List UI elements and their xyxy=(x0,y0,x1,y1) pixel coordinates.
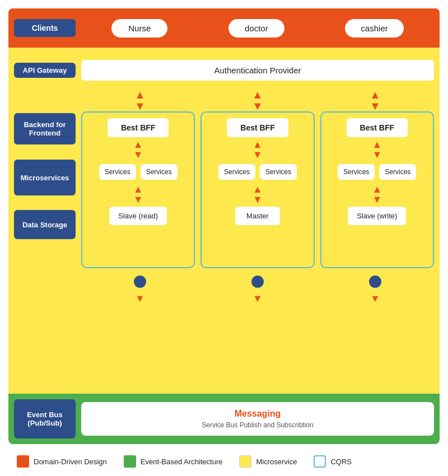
down-arrows-row: ▼ ▼ ▼ xyxy=(14,292,434,305)
clients-label: Clients xyxy=(14,19,76,37)
arrow-up-2: ▲ xyxy=(252,89,263,100)
down-arrow-2: ▼ xyxy=(253,293,263,305)
legend-micro-label: Microservice xyxy=(256,458,297,466)
bff-box-1: Best BFF xyxy=(108,118,169,137)
microservices-label: Microservices xyxy=(14,160,76,195)
service-box-3b: Services xyxy=(379,164,416,180)
arrow-down-2: ▼ xyxy=(252,100,263,111)
spacer2 xyxy=(14,198,76,209)
service-box-1b: Services xyxy=(141,164,178,180)
messaging-box: Messaging Service Bus Publish and Subscr… xyxy=(81,402,434,436)
storage-box-2: Master xyxy=(235,207,280,225)
api-gateway-label: API Gateway xyxy=(14,63,76,78)
api-gateway-row: API Gateway Authentication Provider xyxy=(14,53,434,87)
legend-eba-color xyxy=(124,455,136,468)
circle-dot-3 xyxy=(369,276,381,288)
legend-micro: Microservice xyxy=(239,455,297,468)
bff-column-1: Best BFF ▲▼ Services Services ▲▼ Slave (… xyxy=(81,111,195,268)
legend-ddd-color xyxy=(17,455,29,468)
circles-row xyxy=(14,272,434,292)
auth-provider-box: Authentication Provider xyxy=(81,60,434,81)
legend-ddd: Domain-Driven Design xyxy=(17,455,107,468)
v-arrow-1b: ▲▼ xyxy=(133,184,143,204)
bff-columns: Best BFF ▲▼ Services Services ▲▼ Slave (… xyxy=(81,111,434,268)
clients-boxes: Nurse doctor cashier xyxy=(81,19,434,38)
legend-cqrs-color xyxy=(314,455,326,468)
down-arrow-3: ▼ xyxy=(370,293,380,305)
microservices-label-wrap: Microservices xyxy=(14,157,76,198)
service-box-3a: Services xyxy=(338,164,375,180)
service-box-2b: Services xyxy=(260,164,297,180)
v-arrow-3b: ▲▼ xyxy=(372,184,382,204)
clients-row: Clients Nurse doctor cashier xyxy=(8,8,440,48)
arrows-content: ▲ ▼ ▲ ▼ ▲ ▼ xyxy=(81,89,434,111)
legend-cqrs: CQRS xyxy=(314,455,352,468)
v-arrow-1a: ▲▼ xyxy=(133,139,143,160)
data-storage-label: Data Storage xyxy=(14,210,76,239)
client-cashier: cashier xyxy=(345,19,403,38)
legend-eba: Event-Based Architecture xyxy=(124,455,223,468)
legend-cqrs-label: CQRS xyxy=(330,458,352,466)
v-arrow-2a: ▲▼ xyxy=(253,139,263,160)
service-box-2a: Services xyxy=(218,164,255,180)
services-row-3: Services Services xyxy=(338,164,416,180)
circle-dot-2 xyxy=(251,276,264,288)
messaging-title: Messaging xyxy=(235,409,281,419)
client-doctor: doctor xyxy=(228,19,284,38)
storage-box-3: Slave (write) xyxy=(348,207,406,225)
main-yellow-area: API Gateway Authentication Provider ▲ ▼ … xyxy=(8,48,440,394)
legend-eba-label: Event-Based Architecture xyxy=(141,458,223,466)
arrow-down-3: ▼ xyxy=(370,100,381,111)
arrow-down-1: ▼ xyxy=(134,100,146,111)
arrow-col-1: ▲ ▼ xyxy=(134,89,146,111)
side-labels: Backend for Frontend Microservices Data … xyxy=(14,111,76,268)
legend: Domain-Driven Design Event-Based Archite… xyxy=(8,449,440,468)
data-storage-label-wrap: Data Storage xyxy=(14,209,76,240)
service-box-1a: Services xyxy=(99,164,136,180)
client-nurse: Nurse xyxy=(111,19,167,38)
bff-column-3: Best BFF ▲▼ Services Services ▲▼ Slave (… xyxy=(320,111,434,268)
bff-section: Backend for Frontend Microservices Data … xyxy=(14,111,434,268)
messaging-sub: Service Bus Publish and Subscribtion xyxy=(202,421,313,429)
spacer1 xyxy=(14,146,76,157)
diagram-container: Clients Nurse doctor cashier API Gateway… xyxy=(0,0,448,476)
bff-column-2: Best BFF ▲▼ Services Services ▲▼ Master xyxy=(200,111,314,268)
arrow-col-2: ▲ ▼ xyxy=(252,89,263,111)
legend-micro-color xyxy=(239,455,251,468)
storage-box-1: Slave (read) xyxy=(109,207,167,225)
backend-label-wrap: Backend for Frontend xyxy=(14,111,76,146)
arrow-up-3: ▲ xyxy=(370,89,381,100)
arrow-col-3: ▲ ▼ xyxy=(370,89,381,111)
legend-ddd-label: Domain-Driven Design xyxy=(34,458,107,466)
down-arrow-1: ▼ xyxy=(135,293,145,305)
top-arrows-row: ▲ ▼ ▲ ▼ ▲ ▼ xyxy=(14,89,434,111)
services-row-2: Services Services xyxy=(218,164,297,180)
event-bus-label: Event Bus(Pub/Sub) xyxy=(14,399,76,438)
v-arrow-2b: ▲▼ xyxy=(253,184,263,204)
down-arrows-content: ▼ ▼ ▼ xyxy=(81,293,434,305)
circle-dot-1 xyxy=(134,276,146,288)
event-bus-label-text: Event Bus(Pub/Sub) xyxy=(27,410,63,427)
event-bus-row: Event Bus(Pub/Sub) Messaging Service Bus… xyxy=(8,394,440,444)
bff-box-2: Best BFF xyxy=(227,118,288,137)
circles-content xyxy=(81,276,434,288)
v-arrow-3a: ▲▼ xyxy=(372,139,382,160)
arrow-up-1: ▲ xyxy=(134,89,146,100)
backend-label: Backend for Frontend xyxy=(14,113,76,144)
bff-box-3: Best BFF xyxy=(347,118,408,137)
services-row-1: Services Services xyxy=(99,164,178,180)
